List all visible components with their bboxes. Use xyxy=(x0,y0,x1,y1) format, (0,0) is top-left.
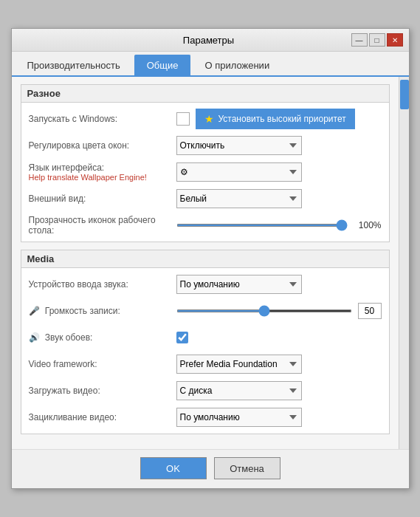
content-panel: Разное Запускать с Windows: ★ Установи xyxy=(12,77,399,449)
misc-section-title: Разное xyxy=(21,85,389,103)
record-volume-slider[interactable] xyxy=(176,309,352,312)
scrollbar[interactable] xyxy=(399,77,409,449)
main-content-area: Разное Запускать с Windows: ★ Установи xyxy=(12,77,409,449)
color-row: Регулировка цвета окон: ОтключитьВключит… xyxy=(29,135,382,156)
media-section-title: Media xyxy=(21,250,389,268)
opacity-slider[interactable] xyxy=(176,224,348,227)
language-select[interactable]: ⚙ xyxy=(176,162,302,182)
appearance-control: БелыйТёмный xyxy=(176,189,382,208)
load-video-row: Загружать видео: С дискаИз памяти xyxy=(29,380,382,401)
appearance-row: Внешний вид: БелыйТёмный xyxy=(29,188,382,209)
tab-general[interactable]: Общие xyxy=(134,55,191,75)
color-control: ОтключитьВключить xyxy=(176,136,382,155)
audio-device-select[interactable]: По умолчанию xyxy=(176,275,302,294)
footer: OK Отмена xyxy=(12,449,409,488)
launch-row: ★ Установить высокий приоритет xyxy=(176,109,355,129)
minimize-button[interactable]: — xyxy=(351,33,368,47)
window-controls: — □ ✕ xyxy=(351,33,403,47)
startup-checkbox[interactable] xyxy=(176,112,190,126)
wallpaper-sound-label: 🔊 Звук обоев: xyxy=(29,332,176,343)
priority-button[interactable]: ★ Установить высокий приоритет xyxy=(196,109,355,129)
media-section-body: Устройство ввода звука: По умолчанию 🎤 Г… xyxy=(21,268,389,434)
loop-video-select[interactable]: По умолчаниюВсегдаНикогда xyxy=(176,408,302,427)
startup-control: ★ Установить высокий приоритет xyxy=(176,109,382,129)
sound-icon: 🔊 xyxy=(29,332,40,343)
language-row: Язык интерфейса: Help translate Wallpape… xyxy=(29,162,382,182)
misc-section: Разное Запускать с Windows: ★ Установи xyxy=(21,84,390,242)
main-window: Параметры — □ ✕ Производительность Общие… xyxy=(11,28,410,489)
language-control: ⚙ xyxy=(176,162,382,182)
wallpaper-sound-checkbox-wrap xyxy=(176,332,188,343)
wallpaper-sound-checkbox[interactable] xyxy=(176,332,188,343)
load-video-label: Загружать видео: xyxy=(29,386,176,396)
media-section: Media Устройство ввода звука: По умолчан… xyxy=(21,250,390,434)
color-label: Регулировка цвета окон: xyxy=(29,140,176,151)
appearance-label: Внешний вид: xyxy=(29,194,176,204)
record-volume-control xyxy=(176,303,382,319)
audio-device-control: По умолчанию xyxy=(176,275,382,294)
audio-device-row: Устройство ввода звука: По умолчанию xyxy=(29,274,382,295)
wallpaper-sound-row: 🔊 Звук обоев: xyxy=(29,327,382,348)
load-video-control: С дискаИз памяти xyxy=(176,381,382,400)
appearance-select[interactable]: БелыйТёмный xyxy=(176,189,302,208)
mic-icon: 🎤 xyxy=(29,306,40,316)
window-title: Параметры xyxy=(66,35,351,46)
video-framework-row: Video framework: Prefer Media Foundation… xyxy=(29,354,382,374)
opacity-row: Прозрачность иконок рабочего стола: 100% xyxy=(29,215,382,236)
cancel-button[interactable]: Отмена xyxy=(214,457,280,479)
language-label: Язык интерфейса: xyxy=(29,162,176,173)
opacity-label: Прозрачность иконок рабочего стола: xyxy=(29,215,176,236)
audio-device-label: Устройство ввода звука: xyxy=(29,279,176,290)
content-inner: Разное Запускать с Windows: ★ Установи xyxy=(12,77,399,449)
record-volume-label: 🎤 Громкость записи: xyxy=(29,306,176,316)
startup-row: Запускать с Windows: ★ Установить высоки… xyxy=(29,109,382,129)
priority-button-label: Установить высокий приоритет xyxy=(218,114,346,124)
loop-video-row: Зацикливание видео: По умолчаниюВсегдаНи… xyxy=(29,407,382,428)
star-icon: ★ xyxy=(204,113,214,125)
load-video-select[interactable]: С дискаИз памяти xyxy=(176,381,302,400)
color-select[interactable]: ОтключитьВключить xyxy=(176,136,302,155)
tab-performance[interactable]: Производительность xyxy=(15,55,133,75)
video-framework-label: Video framework: xyxy=(29,359,176,369)
tab-bar: Производительность Общие О приложении xyxy=(12,52,409,77)
video-framework-control: Prefer Media FoundationDirectShowMedia F… xyxy=(176,355,382,374)
language-help-text[interactable]: Help translate Wallpaper Engine! xyxy=(29,173,176,182)
loop-video-label: Зацикливание видео: xyxy=(29,412,176,422)
title-bar: Параметры — □ ✕ xyxy=(12,29,409,52)
scrollbar-thumb[interactable] xyxy=(400,80,409,109)
misc-section-body: Запускать с Windows: ★ Установить высоки… xyxy=(21,103,389,242)
close-button[interactable]: ✕ xyxy=(387,33,403,47)
ok-button[interactable]: OK xyxy=(140,457,207,479)
tab-about[interactable]: О приложении xyxy=(192,55,282,75)
language-label-group: Язык интерфейса: Help translate Wallpape… xyxy=(29,162,176,182)
record-volume-row: 🎤 Громкость записи: xyxy=(29,301,382,321)
record-volume-input[interactable] xyxy=(358,303,382,319)
loop-video-control: По умолчаниюВсегдаНикогда xyxy=(176,408,382,427)
startup-label: Запускать с Windows: xyxy=(29,114,176,124)
maximize-button[interactable]: □ xyxy=(369,33,385,47)
wallpaper-sound-control xyxy=(176,332,382,343)
video-framework-select[interactable]: Prefer Media FoundationDirectShowMedia F… xyxy=(176,355,302,374)
opacity-control: 100% xyxy=(176,220,382,230)
opacity-value: 100% xyxy=(354,220,382,230)
